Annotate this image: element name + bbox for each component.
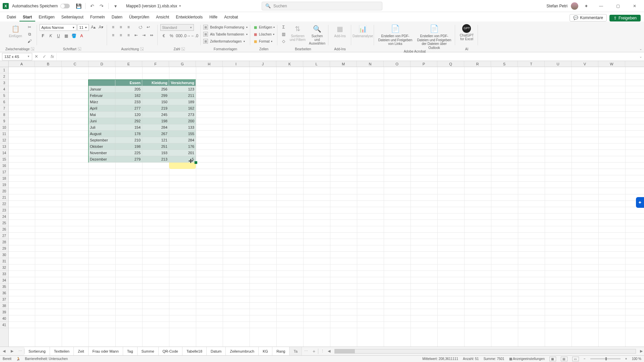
row-header[interactable]: 26	[0, 226, 8, 233]
column-header[interactable]: P	[411, 61, 437, 67]
table-header-cell[interactable]: Versicherung	[169, 80, 196, 86]
table-cell[interactable]: 245	[142, 112, 169, 118]
save-icon[interactable]: 💾	[75, 3, 82, 9]
create-pdf-link-button[interactable]: 📄 Erstellen von PDF-Dateien und Freigebe…	[377, 24, 414, 46]
row-header[interactable]: 17	[0, 169, 8, 175]
table-cell[interactable]: September	[89, 137, 115, 143]
align-center-icon[interactable]: ≡	[117, 32, 124, 38]
row-header[interactable]: 30	[0, 252, 8, 258]
table-cell[interactable]: 211	[169, 93, 196, 99]
table-cell[interactable]: August	[89, 131, 115, 137]
dialog-launcher-icon[interactable]: ↘	[31, 47, 34, 51]
table-cell[interactable]: 121	[142, 137, 169, 143]
column-header[interactable]: V	[572, 61, 598, 67]
table-header-cell[interactable]: Kleidung	[142, 80, 169, 86]
row-header[interactable]: 25	[0, 220, 8, 226]
row-header[interactable]: 12	[0, 137, 8, 143]
menu-tab-seitenlayout[interactable]: Seitenlayout	[58, 13, 87, 21]
row-header[interactable]: 10	[0, 124, 8, 131]
table-cell[interactable]: Oktober	[89, 143, 115, 150]
font-color-icon[interactable]: A	[78, 33, 85, 39]
create-pdf-outlook-button[interactable]: 📄 Erstellen von PDF-Dateien und Freigebe…	[416, 24, 452, 50]
sheet-tab[interactable]: Frau oder Mann	[89, 347, 123, 355]
sheet-tab-partial[interactable]: Ta	[289, 347, 302, 355]
spreadsheet-grid[interactable]: ABCDEFGHIJKLMNOPQRSTUVW 1234567891011121…	[0, 61, 644, 349]
table-cell[interactable]: 193	[142, 150, 169, 156]
row-header[interactable]: 38	[0, 303, 8, 309]
undo-icon[interactable]: ↶	[89, 3, 96, 9]
table-header-cell[interactable]: Essen	[115, 80, 142, 86]
row-header[interactable]: 5	[0, 93, 8, 99]
accessibility-icon[interactable]: 🧑‍🦽	[16, 357, 20, 361]
zoom-out-icon[interactable]: −	[584, 357, 586, 361]
align-middle-icon[interactable]: ≡	[117, 24, 124, 30]
row-header[interactable]: 16	[0, 163, 8, 169]
delete-cells-button[interactable]: ▦Löschen▾	[253, 31, 274, 37]
cancel-formula-icon[interactable]: ✕	[32, 54, 40, 59]
row-header[interactable]: 11	[0, 131, 8, 137]
row-header[interactable]: 34	[0, 277, 8, 284]
table-cell[interactable]: 225	[115, 150, 142, 156]
zoom-in-icon[interactable]: +	[625, 357, 627, 361]
dialog-launcher-icon[interactable]: ↘	[78, 47, 81, 51]
row-header[interactable]: 8	[0, 112, 8, 118]
maximize-button[interactable]: ▢	[611, 1, 625, 11]
indent-decrease-icon[interactable]: ⇤	[133, 32, 140, 38]
addins-button[interactable]: ▦ Add-Ins	[331, 24, 348, 38]
row-header[interactable]: 3	[0, 80, 8, 86]
column-header[interactable]: U	[545, 61, 572, 67]
row-header[interactable]: 2	[0, 73, 8, 80]
merge-icon[interactable]: ⇔	[148, 32, 155, 38]
comma-icon[interactable]: 000	[176, 33, 182, 39]
table-cell[interactable]: 182	[115, 93, 142, 99]
bold-icon[interactable]: F	[40, 33, 46, 39]
sheet-tab[interactable]: Tabelle18	[182, 347, 207, 355]
expand-formula-icon[interactable]: ⌄	[637, 55, 644, 58]
currency-icon[interactable]: €	[160, 33, 167, 39]
sheet-nav-more[interactable]: ⋯	[16, 349, 24, 353]
table-cell[interactable]: 178	[115, 131, 142, 137]
table-cell[interactable]: März	[89, 99, 115, 105]
wrap-text-icon[interactable]: ↩	[145, 24, 152, 30]
qat-dropdown-icon[interactable]: ▾	[112, 3, 119, 9]
row-header[interactable]: 15	[0, 156, 8, 163]
row-header[interactable]: 22	[0, 201, 8, 207]
minimize-button[interactable]: —	[594, 1, 608, 11]
menu-tab-formeln[interactable]: Formeln	[87, 13, 108, 21]
menu-tab-start[interactable]: Start	[19, 13, 35, 21]
table-cell[interactable]: 256	[142, 86, 169, 93]
table-cell[interactable]: 133	[169, 124, 196, 131]
sheet-tab[interactable]: Datum	[207, 347, 226, 355]
table-cell[interactable]: 292	[115, 118, 142, 124]
autosum-icon[interactable]: Σ	[280, 24, 287, 30]
confirm-formula-icon[interactable]: ✓	[40, 54, 48, 59]
row-header[interactable]: 35	[0, 284, 8, 290]
row-header[interactable]: 27	[0, 233, 8, 239]
border-icon[interactable]: ▦	[63, 33, 69, 39]
hscroll-left[interactable]: ◀	[326, 349, 332, 353]
hscroll-right[interactable]: ▶	[639, 349, 644, 353]
align-right-icon[interactable]: ≡	[125, 32, 132, 38]
table-cell[interactable]: 189	[169, 99, 196, 105]
menu-tab-überprüfen[interactable]: Überprüfen	[126, 13, 153, 21]
conditional-formatting-button[interactable]: ▦Bedingte Formatierung▾	[203, 24, 248, 30]
menu-tab-hilfe[interactable]: Hilfe	[206, 13, 221, 21]
decrease-font-icon[interactable]: A▾	[98, 24, 104, 30]
sheet-tab[interactable]: Rang	[272, 347, 289, 355]
column-header[interactable]: D	[89, 61, 115, 67]
display-settings[interactable]: ▦ Anzeigeeinstellungen	[509, 357, 545, 361]
sheet-tab[interactable]: Textteilen	[50, 347, 74, 355]
sheet-tab[interactable]: Tag	[123, 347, 138, 355]
cut-icon[interactable]: ✂	[26, 24, 33, 30]
table-cell[interactable]: 251	[142, 143, 169, 150]
user-name[interactable]: Stefan Petri	[546, 4, 568, 8]
table-cell[interactable]: 205	[115, 86, 142, 93]
copy-icon[interactable]: ⧉	[26, 31, 33, 37]
table-cell[interactable]: Juli	[89, 124, 115, 131]
font-size-input[interactable]: 11▼	[77, 24, 89, 31]
row-header[interactable]: 37	[0, 296, 8, 303]
view-normal-icon[interactable]: ▦	[549, 357, 556, 361]
indent-increase-icon[interactable]: ⇥	[141, 32, 147, 38]
menu-tab-ansicht[interactable]: Ansicht	[153, 13, 172, 21]
table-cell[interactable]: 198	[115, 143, 142, 150]
